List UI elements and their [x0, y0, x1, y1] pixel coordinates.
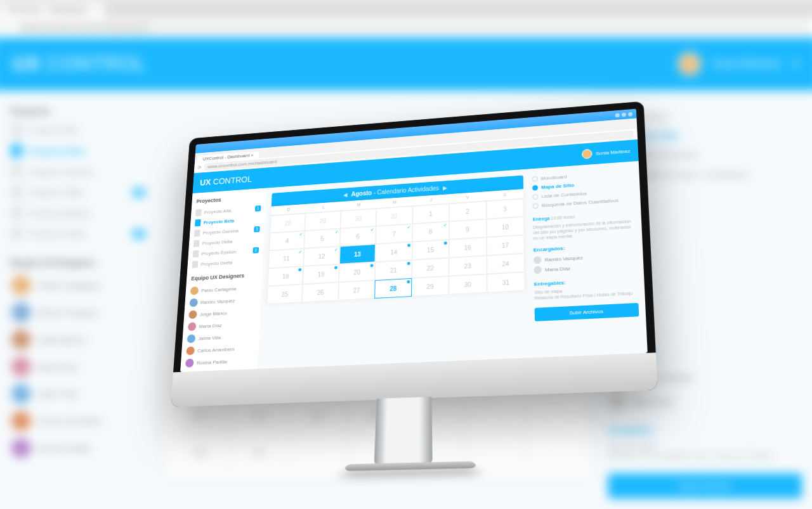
- calendar-subtitle: Calendario Actividades: [377, 184, 439, 195]
- calendar-day[interactable]: 3: [486, 198, 524, 219]
- document-icon: [195, 209, 202, 216]
- calendar-day[interactable]: 19: [303, 264, 339, 284]
- radio-icon: [532, 193, 538, 199]
- calendar-day[interactable]: 15: [412, 239, 449, 259]
- imac-mockup: UXControl - Dashboard × ⟳www.uxcontrol.c…: [171, 101, 658, 406]
- radio-icon: [533, 203, 539, 209]
- check-icon: ✓: [370, 227, 374, 232]
- check-icon: ✓: [335, 229, 339, 235]
- calendar-day[interactable]: 29: [412, 276, 449, 296]
- calendar-day[interactable]: 16: [449, 237, 487, 257]
- calendar-day[interactable]: 23: [449, 255, 487, 276]
- document-icon: [195, 219, 201, 226]
- calendar-day[interactable]: 31: [376, 206, 412, 226]
- avatar: [188, 322, 197, 331]
- calendar-day[interactable]: 21: [375, 260, 412, 280]
- calendar-day[interactable]: 31: [487, 272, 525, 293]
- event-dot-icon: [407, 262, 410, 265]
- calendar-day[interactable]: 28: [270, 213, 306, 233]
- check-icon: ✓: [299, 249, 303, 254]
- document-icon: [194, 229, 200, 236]
- user-avatar[interactable]: [582, 148, 593, 158]
- calendar-day[interactable]: 14: [376, 242, 412, 262]
- avatar: [185, 358, 194, 367]
- calendar-day[interactable]: 7✓: [376, 224, 412, 244]
- document-icon: [193, 250, 199, 257]
- calendar-day[interactable]: 4✓: [269, 231, 304, 250]
- calendar-grid: DLMMJVS 282930311234✓5✓6✓7✓8✓91011✓12✓13…: [266, 189, 525, 304]
- avatar: [190, 286, 199, 295]
- detail-panel: Moodboard Mapa de Sitio Lista de Conteni…: [530, 160, 648, 357]
- avatar: [188, 310, 197, 319]
- calendar-day[interactable]: 30: [449, 274, 487, 295]
- calendar-day[interactable]: 6✓: [340, 226, 376, 246]
- event-dot-icon: [407, 280, 410, 283]
- check-icon: ✓: [443, 222, 447, 228]
- check-icon: ✓: [299, 232, 303, 237]
- imac-screen-bezel: UXControl - Dashboard × ⟳www.uxcontrol.c…: [171, 101, 658, 406]
- radio-icon: [532, 176, 538, 181]
- app-logo: UX CONTROL: [200, 174, 252, 187]
- calendar-day[interactable]: 20: [339, 262, 376, 282]
- next-month-icon[interactable]: ▶: [443, 184, 447, 191]
- calendar-day[interactable]: 12✓: [304, 246, 340, 266]
- avatar: [189, 298, 198, 307]
- avatar: [534, 266, 542, 274]
- event-dot-icon: [444, 241, 447, 244]
- calendar-day[interactable]: 29: [305, 210, 341, 230]
- calendar-day[interactable]: 27: [338, 280, 375, 300]
- team-member[interactable]: Rosina Padilla: [185, 354, 254, 369]
- calendar-day[interactable]: 5✓: [304, 228, 341, 248]
- event-dot-icon: [334, 266, 337, 269]
- calendar-day[interactable]: 8✓: [412, 221, 449, 242]
- sidebar: Proyectos Proyecto Alfa1 Proyecto Beta P…: [180, 188, 266, 371]
- calendar-panel: ◀ Agosto - Calendario Actividades ▶ DLMM…: [258, 169, 533, 368]
- apple-logo-icon: [397, 373, 411, 390]
- calendar-day[interactable]: 10: [486, 216, 524, 236]
- document-icon: [193, 240, 200, 247]
- calendar-day[interactable]: 13: [339, 243, 376, 264]
- calendar-day[interactable]: 18: [268, 266, 304, 286]
- avatar: [187, 334, 196, 343]
- upload-button[interactable]: Subir Archivos: [535, 302, 639, 321]
- user-name[interactable]: Sonia Martinez: [596, 148, 631, 156]
- radio-icon: [532, 184, 538, 190]
- calendar-day[interactable]: 9: [449, 219, 487, 239]
- avatar: [534, 256, 541, 264]
- check-icon: ✓: [334, 247, 338, 252]
- event-dot-icon: [370, 264, 374, 267]
- calendar-day[interactable]: 2: [449, 201, 487, 221]
- imac-stand: [344, 394, 462, 483]
- event-dot-icon: [407, 243, 410, 247]
- projects-heading: Proyectos: [196, 194, 261, 204]
- check-icon: ✓: [407, 225, 410, 230]
- prev-month-icon[interactable]: ◀: [343, 191, 348, 198]
- calendar-day[interactable]: 28: [374, 278, 412, 298]
- calendar-day[interactable]: 17: [487, 235, 525, 255]
- calendar-day[interactable]: 11✓: [268, 248, 304, 267]
- event-dot-icon: [299, 268, 302, 271]
- reload-icon[interactable]: ⟳: [197, 165, 202, 170]
- calendar-day[interactable]: 1: [412, 203, 449, 224]
- document-icon: [192, 261, 199, 268]
- app-screenshot: UXControl - Dashboard × ⟳www.uxcontrol.c…: [180, 108, 648, 371]
- calendar-day[interactable]: 25: [266, 284, 303, 304]
- team-heading: Equipo UX Designers: [191, 271, 258, 281]
- calendar-day[interactable]: 26: [302, 282, 339, 302]
- calendar-day[interactable]: 24: [487, 253, 525, 274]
- avatar: [186, 346, 195, 355]
- calendar-day[interactable]: 22: [412, 257, 449, 278]
- calendar-month: Agosto: [351, 190, 372, 197]
- calendar-day[interactable]: 30: [340, 208, 376, 228]
- description: Diagramación y estructuración de la info…: [533, 218, 635, 241]
